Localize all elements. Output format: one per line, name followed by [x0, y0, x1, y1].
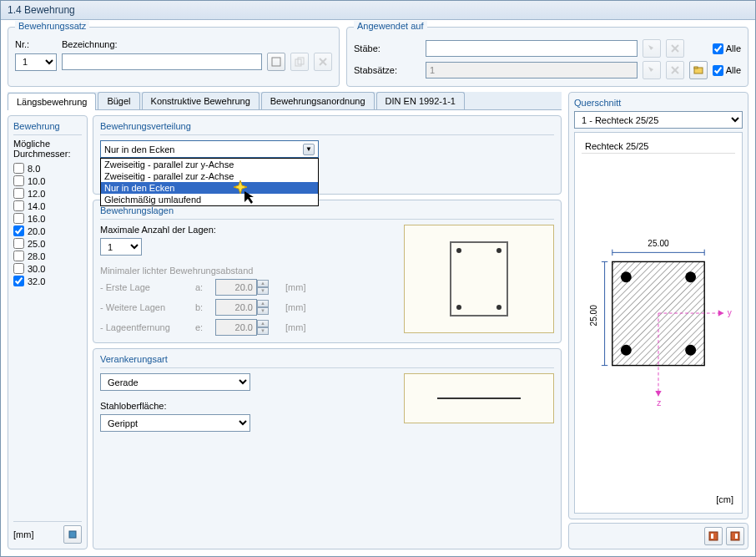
select-querschnitt[interactable]: 1 - Rechteck 25/25 [574, 111, 743, 129]
label-oberflaeche: Stahloberfläche: [100, 401, 404, 411]
new-icon[interactable] [267, 53, 285, 71]
svg-rect-33 [735, 534, 738, 539]
checkbox-alle-staebe[interactable] [713, 43, 723, 54]
tool-icon-2[interactable] [726, 527, 744, 545]
subfs-title: Verankerungsart [100, 354, 554, 368]
svg-point-24 [621, 345, 632, 356]
diameter-value: 28.0 [28, 251, 45, 261]
row-symbol: a: [195, 282, 212, 292]
svg-rect-10 [694, 67, 698, 68]
tab-laengsbewehrung[interactable]: Längsbewehrung [8, 93, 96, 110]
subfs-title: Bewehrungsverteilung [100, 121, 554, 135]
diameter-value: 25.0 [28, 239, 45, 249]
diameter-item[interactable]: 32.0 [13, 275, 82, 287]
select-verteilung[interactable]: Nur in den Ecken ▼ [100, 140, 319, 158]
checkbox-diameter[interactable] [13, 188, 24, 199]
panel-querschnitt: Querschnitt 1 - Rechteck 25/25 Rechteck … [568, 92, 748, 519]
checkbox-diameter[interactable] [13, 238, 24, 249]
diameter-value: 8.0 [28, 164, 40, 174]
label-alle: Alle [726, 65, 741, 75]
option[interactable]: Zweiseitig - parallel zur z-Achse [101, 170, 318, 182]
row-symbol: e: [195, 322, 212, 332]
option-selected[interactable]: Nur in den Ecken [101, 182, 318, 194]
checkbox-diameter[interactable] [13, 263, 24, 274]
option[interactable]: Zweiseitig - parallel zur y-Achse [101, 159, 318, 170]
unit-mm: [mm] [13, 529, 33, 539]
checkbox-diameter[interactable] [13, 163, 24, 174]
diameter-item[interactable]: 28.0 [13, 250, 82, 262]
input-bezeichnung[interactable] [62, 53, 262, 70]
checkbox-diameter[interactable] [13, 276, 24, 286]
chevron-down-icon: ▼ [303, 144, 315, 155]
diameter-item[interactable]: 8.0 [13, 162, 82, 175]
preview-lagen [404, 225, 554, 333]
input-staebe[interactable] [426, 40, 638, 57]
diameter-item[interactable]: 14.0 [13, 200, 82, 212]
diameter-item[interactable]: 20.0 [13, 225, 82, 237]
unit-cm: [cm] [582, 493, 735, 506]
checkbox-diameter[interactable] [13, 213, 24, 224]
select-nr[interactable]: 1 [15, 53, 57, 71]
tab-buegel[interactable]: Bügel [98, 92, 139, 109]
diameter-item[interactable]: 25.0 [13, 237, 82, 250]
label-alle: Alle [726, 43, 741, 53]
folder-icon[interactable] [689, 61, 708, 79]
diameter-item[interactable]: 16.0 [13, 212, 82, 225]
tab-din[interactable]: DIN EN 1992-1-1 [376, 92, 465, 109]
checkbox-diameter[interactable] [13, 175, 24, 186]
svg-rect-31 [711, 534, 713, 539]
select-verankerungsart[interactable]: Gerade [100, 373, 250, 391]
spin-up-icon: ▲ [257, 280, 269, 287]
copy-icon [290, 53, 309, 71]
diameter-item[interactable]: 10.0 [13, 175, 82, 187]
unit: [mm] [285, 282, 310, 292]
delete-icon [314, 53, 332, 71]
select-oberflaeche[interactable]: Gerippt [100, 414, 250, 432]
delete-icon [666, 61, 684, 79]
label-staebe: Stäbe: [354, 43, 421, 53]
input-spin [215, 299, 257, 316]
select-max-lagen[interactable]: 1 [100, 238, 142, 256]
label-min-abstand: Minimaler lichter Bewehrungsabstand [100, 266, 404, 276]
spin-up-icon: ▲ [257, 320, 269, 327]
settings-icon[interactable] [63, 525, 82, 544]
checkbox-diameter[interactable] [13, 251, 24, 261]
fieldset-title: Bewehrungssatz [15, 21, 89, 31]
label-durchmesser: Mögliche Durchmesser: [13, 139, 82, 159]
diameter-value: 20.0 [28, 226, 45, 236]
dropdown-verteilung[interactable]: Zweiseitig - parallel zur y-Achse Zweise… [100, 158, 319, 206]
unit: [mm] [285, 302, 310, 312]
svg-rect-11 [69, 531, 76, 538]
diameter-item[interactable]: 30.0 [13, 262, 82, 275]
option[interactable]: Gleichmäßig umlaufend [101, 194, 318, 205]
lagen-row: - Weitere Lagenb:▲▼[mm] [100, 299, 404, 316]
checkbox-diameter[interactable] [13, 225, 24, 236]
lagen-row: - Erste Lagea:▲▼[mm] [100, 279, 404, 296]
svg-point-25 [685, 345, 696, 356]
fieldset-verankerung: Verankerungsart Gerade Stahloberfläche: … [93, 348, 562, 549]
diameter-item[interactable]: 12.0 [13, 187, 82, 200]
checkbox-alle-stabsaetze[interactable] [713, 65, 723, 76]
checkbox-diameter[interactable] [13, 200, 24, 211]
row-label: - Weitere Lagen [100, 302, 192, 312]
sidebar-title: Bewehrung [13, 121, 82, 135]
unit: [mm] [285, 322, 310, 332]
svg-text:25.00: 25.00 [648, 239, 669, 248]
window-title: 1.4 Bewehrung [1, 1, 755, 20]
tab-konstruktive[interactable]: Konstruktive Bewehrung [142, 92, 260, 109]
tool-icon-1[interactable] [704, 527, 723, 545]
diameter-value: 32.0 [28, 276, 45, 286]
diameter-value: 12.0 [28, 189, 45, 199]
tab-anordnung[interactable]: Bewehrungsanordnung [261, 92, 375, 109]
diameter-value: 10.0 [28, 176, 45, 186]
svg-text:z: z [657, 398, 661, 408]
diameter-value: 16.0 [28, 214, 45, 224]
input-spin [215, 279, 257, 296]
label-bezeichnung: Bezeichnung: [62, 39, 118, 49]
diameter-value: 14.0 [28, 201, 45, 211]
spin-down-icon: ▼ [257, 327, 269, 335]
input-stabsaetze [426, 62, 638, 78]
fieldset-title: Angewendet auf [354, 21, 427, 31]
label-max-lagen: Maximale Anzahl der Lagen: [100, 225, 404, 235]
pick-icon [643, 39, 661, 58]
